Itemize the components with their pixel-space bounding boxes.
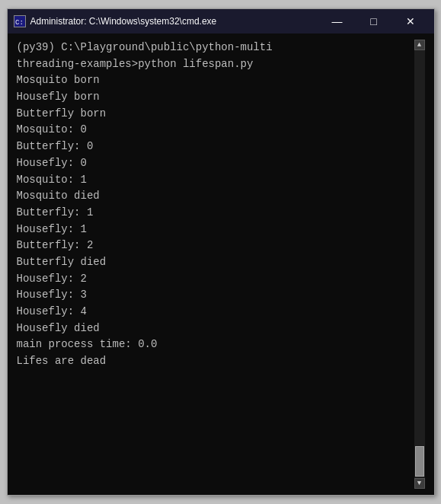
console-line: Housefly: 3 [17, 287, 414, 304]
console-line: Mosquito born [17, 72, 414, 89]
console-line: Butterfly died [17, 254, 414, 271]
title-bar-left: C: Administrator: C:\Windows\system32\cm… [14, 15, 217, 27]
console-line: Lifes are dead [17, 353, 414, 370]
close-button[interactable]: ✕ [393, 11, 428, 31]
console-line: (py39) C:\Playground\public\python-multi [17, 40, 414, 56]
window-controls: — □ ✕ [320, 11, 428, 31]
console-line: Butterfly born [17, 106, 414, 123]
console-line: Mosquito: 0 [17, 122, 414, 139]
title-bar: C: Administrator: C:\Windows\system32\cm… [8, 9, 434, 33]
console-line: Butterfly: 0 [17, 139, 414, 155]
minimize-button[interactable]: — [320, 11, 355, 31]
scroll-up-arrow[interactable]: ▲ [414, 40, 425, 50]
scrollbar[interactable]: ▲ ▼ [414, 40, 425, 489]
console-line: Mosquito died [17, 188, 414, 205]
console-line: Housefly: 4 [17, 304, 414, 321]
cmd-window: C: Administrator: C:\Windows\system32\cm… [7, 8, 435, 496]
console-line: Butterfly: 1 [17, 205, 414, 222]
console-line: Housefly born [17, 89, 414, 106]
console-line: Housefly died [17, 321, 414, 337]
console-line: main process time: 0.0 [17, 337, 414, 353]
scroll-down-arrow[interactable]: ▼ [414, 478, 425, 489]
console-content: (py39) C:\Playground\public\python-multi… [17, 40, 414, 489]
cmd-icon: C: [14, 15, 26, 27]
console-line: Butterfly: 2 [17, 238, 414, 254]
console-line: Housefly: 1 [17, 222, 414, 238]
svg-text:C:: C: [15, 19, 24, 27]
console-line: Housefly: 0 [17, 155, 414, 172]
scrollbar-track[interactable] [414, 50, 425, 478]
window-title: Administrator: C:\Windows\system32\cmd.e… [30, 16, 217, 27]
console-line: threading-examples>python lifespan.py [17, 56, 414, 73]
console-line: Housefly: 2 [17, 271, 414, 288]
console-body: (py39) C:\Playground\public\python-multi… [8, 33, 434, 495]
maximize-button[interactable]: □ [356, 11, 391, 31]
console-line: Mosquito: 1 [17, 172, 414, 189]
scrollbar-thumb[interactable] [415, 446, 424, 477]
